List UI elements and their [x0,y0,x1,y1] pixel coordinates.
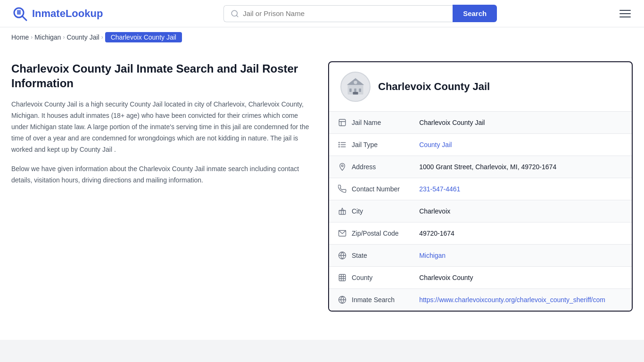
search-icon [231,9,239,18]
description-1: Charlevoix County Jail is a high securit… [11,99,313,155]
svg-rect-8 [354,89,356,92]
svg-line-1 [22,16,26,20]
mail-icon [338,229,347,238]
svg-rect-9 [359,89,361,92]
breadcrumb-michigan[interactable]: Michigan [34,33,61,41]
value-cell[interactable]: County Jail [415,134,632,156]
hamburger-line-3 [619,16,631,17]
label-cell: State [329,245,415,267]
table-row: Zip/Postal Code 49720-1674 [329,222,632,245]
jail-card-title: Charlevoix County Jail [378,81,490,93]
jail-avatar [340,72,371,102]
jail-info-table: Jail Name Charlevoix County Jail [329,112,632,311]
svg-rect-13 [339,119,346,126]
value-cell: Charlevoix [415,200,632,222]
phone-link[interactable]: 231-547-4461 [419,185,460,193]
svg-line-5 [237,15,238,16]
svg-rect-28 [339,274,346,281]
search-globe-icon [338,295,347,304]
label-cell: City [329,200,415,222]
city-icon [338,206,347,216]
svg-point-21 [339,147,340,148]
phone-icon [338,184,347,194]
breadcrumb: Home › Michigan › County Jail › Charlevo… [0,27,644,47]
value-cell[interactable]: 231-547-4461 [415,178,632,200]
svg-point-11 [354,81,357,84]
search-bar: Search [223,5,497,22]
footer-bar [0,340,644,362]
value-cell: Charlevoix County Jail [415,112,632,134]
svg-point-20 [339,144,340,145]
hamburger-line-2 [619,13,631,14]
main-content: Charlevoix County Jail Inmate Search and… [0,47,644,330]
table-row: Jail Name Charlevoix County Jail [329,112,632,134]
svg-rect-3 [17,10,21,15]
globe-icon [338,251,347,260]
breadcrumb-home[interactable]: Home [11,33,29,41]
jail-card: Charlevoix County Jail [328,61,633,312]
value-cell: Charlevoix County [415,267,632,289]
value-cell: 49720-1674 [415,222,632,245]
label-cell: Jail Type [329,134,415,156]
svg-point-22 [341,165,343,167]
svg-rect-12 [353,92,358,95]
jail-icon [338,118,347,127]
label-cell: County [329,267,415,289]
logo-icon [11,5,28,22]
breadcrumb-county-jail[interactable]: County Jail [66,33,99,41]
value-cell: 1000 Grant Street, Charlevoix, MI, 49720… [415,156,632,178]
label-cell: Address [329,156,415,178]
breadcrumb-sep-2: › [63,34,65,41]
logo-link[interactable]: InmateLookup [11,5,103,22]
breadcrumb-current: Charlevoix County Jail [105,32,182,42]
state-link[interactable]: Michigan [419,252,446,259]
jail-type-link[interactable]: County Jail [419,141,452,148]
table-row: Contact Number 231-547-4461 [329,178,632,200]
inmate-search-link[interactable]: https://www.charlevoixcounty.org/charlev… [419,296,605,304]
site-header: InmateLookup Search [0,0,644,27]
breadcrumb-sep-3: › [101,34,103,41]
list-icon [338,140,347,149]
left-column: Charlevoix County Jail Inmate Search and… [11,61,313,312]
label-cell: Jail Name [329,112,415,134]
description-2: Below we have given information about th… [11,164,313,186]
pin-icon [338,162,347,172]
table-row: State Michigan [329,245,632,267]
svg-rect-23 [339,211,346,214]
county-icon [338,273,347,282]
svg-rect-7 [349,89,352,92]
value-cell[interactable]: https://www.charlevoixcounty.org/charlev… [415,289,632,311]
menu-button[interactable] [618,8,633,19]
value-cell[interactable]: Michigan [415,245,632,267]
search-input[interactable] [243,9,446,17]
svg-point-19 [339,142,340,143]
jail-card-header: Charlevoix County Jail [329,62,632,112]
breadcrumb-sep-1: › [31,34,33,41]
label-cell: Contact Number [329,178,415,200]
page-title: Charlevoix County Jail Inmate Search and… [11,61,313,90]
search-button[interactable]: Search [453,5,497,22]
search-input-wrap [223,5,453,22]
table-row: Address 1000 Grant Street, Charlevoix, M… [329,156,632,178]
label-cell: Inmate Search [329,289,415,311]
right-column: Charlevoix County Jail [328,61,633,312]
table-row: Jail Type County Jail [329,134,632,156]
table-row: Inmate Search https://www.charlevoixcoun… [329,289,632,311]
table-row: City Charlevoix [329,200,632,222]
jail-building-icon [345,76,366,97]
hamburger-line-1 [619,10,631,11]
table-row: County Charlevoix County [329,267,632,289]
label-cell: Zip/Postal Code [329,222,415,245]
logo-text: InmateLookup [32,8,103,20]
